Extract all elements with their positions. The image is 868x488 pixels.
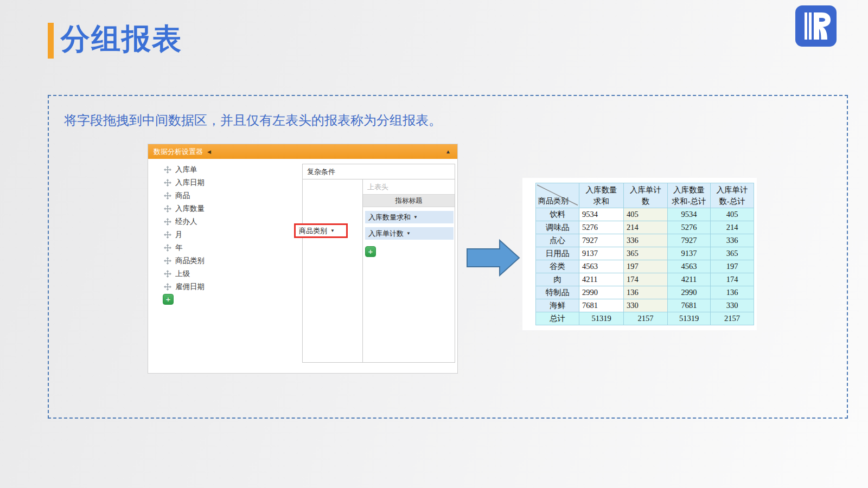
field-item[interactable]: 入库单 bbox=[164, 163, 205, 176]
column-header-cell: 入库单计 数-总计 bbox=[711, 183, 754, 208]
category-cell: 海鲜 bbox=[536, 299, 579, 312]
right-arrow-icon bbox=[467, 239, 520, 277]
move-icon bbox=[164, 179, 171, 187]
field-item[interactable]: 入库日期 bbox=[164, 176, 205, 189]
metric-chip-label: 入库单计数 bbox=[368, 229, 404, 239]
metric-chip[interactable]: 入库单计数 ▼ bbox=[365, 227, 454, 240]
field-item[interactable]: 经办人 bbox=[164, 215, 205, 228]
header-row: 商品类别 入库数量 求和 入库单计 数 入库数量 求和-总计 入库单计 数-总计 bbox=[536, 183, 754, 208]
value-cell: 51319 bbox=[579, 312, 624, 325]
field-label: 上级 bbox=[175, 269, 190, 279]
move-icon bbox=[164, 270, 171, 278]
field-item[interactable]: 商品 bbox=[164, 189, 205, 202]
panel-collapse-icon[interactable]: ▲ bbox=[445, 149, 451, 155]
value-cell: 9534 bbox=[668, 208, 711, 221]
column-header-cell: 入库数量 求和 bbox=[579, 183, 624, 208]
value-cell: 2157 bbox=[711, 312, 754, 325]
value-cell: 4563 bbox=[668, 260, 711, 273]
title-accent-bar bbox=[48, 23, 54, 59]
value-cell: 5276 bbox=[668, 221, 711, 234]
value-cell: 9534 bbox=[579, 208, 624, 221]
designer-panel: 数据分析设置器 ◀ ▲ 入库单 入库日期 商品 入库数量 bbox=[148, 144, 458, 374]
value-cell: 9137 bbox=[579, 247, 624, 260]
value-cell: 330 bbox=[711, 299, 754, 312]
panel-side-toggle-icon[interactable]: ◀ bbox=[207, 149, 211, 155]
value-cell: 7927 bbox=[668, 234, 711, 247]
move-icon bbox=[164, 244, 171, 252]
column-header-cell: 入库数量 求和-总计 bbox=[668, 183, 711, 208]
top-header-placeholder-cell[interactable]: 上表头 bbox=[363, 179, 455, 195]
column-header-cell: 入库单计 数 bbox=[624, 183, 668, 208]
result-table: 商品类别 入库数量 求和 入库单计 数 入库数量 求和-总计 入库单计 数-总计… bbox=[535, 183, 754, 325]
field-label: 雇佣日期 bbox=[175, 282, 205, 292]
value-cell: 214 bbox=[711, 221, 754, 234]
chevron-down-icon: ▼ bbox=[406, 231, 411, 236]
move-icon bbox=[164, 231, 171, 239]
designer-grid-body: 商品类别 ▼ 上表头 指标标题 入库数量求和 ▼ 入库单计数 ▼ + bbox=[303, 179, 455, 362]
value-cell: 4211 bbox=[579, 273, 624, 286]
category-cell: 肉 bbox=[536, 273, 579, 286]
value-cell: 2990 bbox=[668, 286, 711, 299]
value-cell: 4211 bbox=[668, 273, 711, 286]
value-cell: 405 bbox=[711, 208, 754, 221]
designer-grid: 复杂条件 商品类别 ▼ 上表头 指标标题 入库数量求和 ▼ 入 bbox=[302, 164, 455, 363]
value-cell: 136 bbox=[624, 286, 668, 299]
category-cell: 特制品 bbox=[536, 286, 579, 299]
field-label: 经办人 bbox=[175, 217, 197, 227]
field-label: 入库数量 bbox=[175, 204, 205, 214]
page-title: 分组报表 bbox=[61, 20, 182, 59]
value-cell: 405 bbox=[624, 208, 668, 221]
left-header-label: 商品类别 bbox=[299, 226, 327, 236]
value-cell: 9137 bbox=[668, 247, 711, 260]
table-row: 谷类 4563 197 4563 197 bbox=[536, 260, 754, 273]
field-item[interactable]: 入库数量 bbox=[164, 202, 205, 215]
category-cell: 谷类 bbox=[536, 260, 579, 273]
value-cell: 197 bbox=[711, 260, 754, 273]
value-cell: 174 bbox=[624, 273, 668, 286]
metric-chip[interactable]: 入库数量求和 ▼ bbox=[365, 211, 454, 223]
value-cell: 197 bbox=[624, 260, 668, 273]
metric-area: 上表头 指标标题 入库数量求和 ▼ 入库单计数 ▼ + bbox=[363, 179, 455, 362]
field-item[interactable]: 月 bbox=[164, 228, 205, 241]
field-label: 年 bbox=[175, 243, 183, 253]
field-item[interactable]: 商品类别 bbox=[164, 254, 205, 267]
value-cell: 5276 bbox=[579, 221, 624, 234]
move-icon bbox=[164, 166, 171, 174]
value-cell: 214 bbox=[624, 221, 668, 234]
add-metric-button[interactable]: + bbox=[365, 246, 376, 257]
left-header-cell-highlighted[interactable]: 商品类别 ▼ bbox=[294, 223, 348, 238]
category-cell: 点心 bbox=[536, 234, 579, 247]
metric-title-cell[interactable]: 指标标题 bbox=[363, 195, 455, 207]
instruction-text: 将字段拖拽到中间数据区，并且仅有左表头的报表称为分组报表。 bbox=[64, 112, 442, 129]
complex-condition-cell[interactable]: 复杂条件 bbox=[303, 164, 455, 179]
value-cell: 330 bbox=[624, 299, 668, 312]
designer-panel-header: 数据分析设置器 ◀ ▲ bbox=[148, 144, 457, 159]
field-label: 商品 bbox=[175, 191, 190, 201]
field-item[interactable]: 年 bbox=[164, 241, 205, 254]
field-label: 商品类别 bbox=[175, 256, 205, 266]
chevron-down-icon: ▼ bbox=[330, 228, 335, 233]
metric-chip-label: 入库数量求和 bbox=[368, 213, 411, 222]
value-cell: 51319 bbox=[668, 312, 711, 325]
value-cell: 336 bbox=[711, 234, 754, 247]
move-icon bbox=[164, 257, 171, 265]
value-cell: 2990 bbox=[579, 286, 624, 299]
category-cell: 调味品 bbox=[536, 221, 579, 234]
value-cell: 174 bbox=[711, 273, 754, 286]
category-cell: 日用品 bbox=[536, 247, 579, 260]
slide: 分组报表 将字段拖拽到中间数据区，并且仅有左表头的报表称为分组报表。 数据分析设… bbox=[0, 0, 868, 488]
move-icon bbox=[164, 192, 171, 200]
value-cell: 7681 bbox=[579, 299, 624, 312]
chevron-down-icon: ▼ bbox=[413, 215, 418, 220]
value-cell: 336 bbox=[624, 234, 668, 247]
table-row: 特制品 2990 136 2990 136 bbox=[536, 286, 754, 299]
field-item[interactable]: 上级 bbox=[164, 267, 205, 280]
move-icon bbox=[164, 205, 171, 213]
add-field-button[interactable]: + bbox=[163, 294, 174, 305]
table-row: 饮料 9534 405 9534 405 bbox=[536, 208, 754, 221]
value-cell: 7681 bbox=[668, 299, 711, 312]
field-item[interactable]: 雇佣日期 bbox=[164, 280, 205, 293]
table-row: 调味品 5276 214 5276 214 bbox=[536, 221, 754, 234]
corner-label: 商品类别 bbox=[538, 196, 569, 206]
corner-diagonal-cell: 商品类别 bbox=[536, 183, 579, 208]
